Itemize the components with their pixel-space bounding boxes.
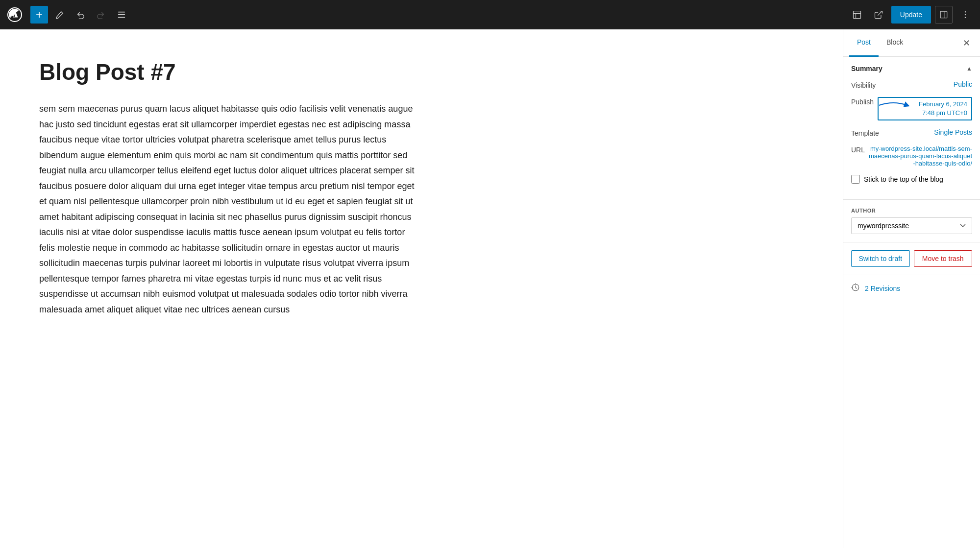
preview-button[interactable] [870, 6, 887, 24]
svg-point-12 [965, 17, 966, 19]
summary-section: Summary ▲ Visibility Public Publish Febr… [843, 57, 980, 200]
switch-to-draft-button[interactable]: Switch to draft [851, 250, 910, 267]
editor-area[interactable]: Blog Post #7 sem sem maecenas purus quam… [0, 29, 843, 548]
svg-point-11 [965, 14, 966, 16]
sticky-label[interactable]: Stick to the top of the blog [864, 175, 943, 183]
sticky-checkbox[interactable] [851, 175, 860, 184]
wp-logo[interactable] [6, 6, 24, 24]
move-to-trash-button[interactable]: Move to trash [914, 250, 973, 267]
edit-icon-button[interactable] [51, 6, 69, 24]
svg-point-10 [965, 11, 966, 13]
svg-rect-2 [118, 14, 125, 15]
sticky-row: Stick to the top of the blog [851, 175, 972, 184]
add-block-button[interactable]: + [30, 6, 48, 24]
publish-value[interactable]: February 6, 2024 7:48 pm UTC+0 [878, 97, 972, 120]
chevron-up-icon[interactable]: ▲ [966, 65, 972, 72]
post-content[interactable]: sem sem maecenas purus quam lacus alique… [39, 101, 421, 317]
tab-block[interactable]: Block [879, 29, 911, 57]
template-value[interactable]: Single Posts [883, 128, 972, 136]
toolbar-right: Update [848, 6, 974, 24]
template-row: Template Single Posts [851, 128, 972, 137]
update-button[interactable]: Update [891, 6, 931, 24]
svg-rect-4 [853, 11, 860, 19]
sidebar-tabs: Post Block ✕ [843, 29, 980, 57]
action-buttons: Switch to draft Move to trash [843, 242, 980, 275]
undo-button[interactable] [72, 6, 89, 24]
summary-title: Summary [851, 65, 882, 72]
revisions-label: 2 Revisions [865, 285, 900, 292]
more-options-button[interactable] [956, 6, 974, 24]
list-view-button[interactable] [113, 6, 130, 24]
author-section-label: AUTHOR [851, 208, 972, 214]
visibility-label: Visibility [851, 80, 876, 89]
svg-rect-3 [118, 17, 125, 18]
author-section: AUTHOR mywordpresssite [843, 200, 980, 242]
toolbar: + [0, 0, 980, 29]
sidebar: Post Block ✕ Summary ▲ Visibility Public… [843, 29, 980, 548]
url-row: URL my-wordpress-site.local/mattis-sem-m… [851, 145, 972, 167]
visibility-value[interactable]: Public [880, 80, 972, 88]
view-mode-button[interactable] [848, 6, 866, 24]
url-label: URL [851, 145, 865, 154]
sidebar-toggle-button[interactable] [935, 6, 953, 24]
visibility-row: Visibility Public [851, 80, 972, 89]
main-area: Blog Post #7 sem sem maecenas purus quam… [0, 29, 980, 548]
revisions-row[interactable]: 2 Revisions [843, 275, 980, 302]
publish-row: Publish February 6, 2024 7:48 pm UTC+0 [851, 97, 972, 120]
tab-post[interactable]: Post [849, 29, 879, 57]
svg-rect-1 [118, 12, 125, 13]
publish-label: Publish [851, 97, 874, 106]
svg-rect-8 [940, 11, 947, 18]
post-title: Blog Post #7 [39, 59, 804, 86]
section-header: Summary ▲ [851, 65, 972, 72]
redo-button[interactable] [92, 6, 110, 24]
toolbar-left: + [6, 6, 844, 24]
author-select[interactable]: mywordpresssite [851, 217, 972, 234]
revisions-icon [851, 283, 860, 294]
template-label: Template [851, 128, 879, 137]
url-value[interactable]: my-wordpress-site.local/mattis-sem-maece… [869, 145, 972, 167]
sidebar-close-button[interactable]: ✕ [958, 35, 974, 51]
svg-line-7 [878, 11, 882, 16]
